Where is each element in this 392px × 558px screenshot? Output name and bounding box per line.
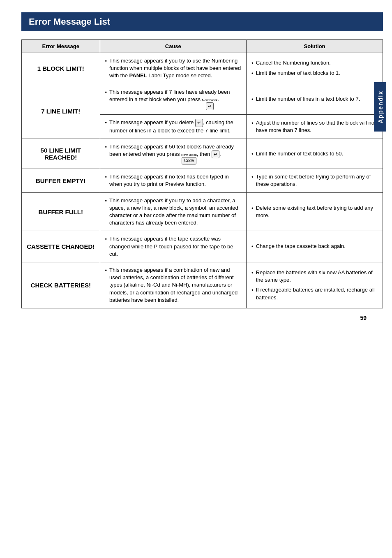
solution-7line-1: •Limit the number of lines in a text blo…: [247, 84, 383, 115]
error-name-7line: 7 LINE LIMIT!: [22, 84, 100, 139]
table-row: BUFFER FULL! •This message appears if yo…: [22, 192, 383, 231]
solution-checkbatteries: •Replace the batteries with six new AA b…: [247, 262, 383, 308]
cause-cassettechanged: •This message appears if the tape casset…: [100, 231, 247, 262]
error-name-bufferfull: BUFFER FULL!: [22, 192, 100, 231]
solution-50line: •Limit the number of text blocks to 50.: [247, 139, 383, 169]
table-row: 50 LINE LIMIT REACHED! •This message app…: [22, 139, 383, 169]
solution-bufferempty: •Type in some text before trying to perf…: [247, 169, 383, 192]
page-number: 59: [21, 315, 383, 321]
table-row: CASSETTE CHANGED! •This message appears …: [22, 231, 383, 262]
error-name-cassettechanged: CASSETTE CHANGED!: [22, 231, 100, 262]
cause-7line-2: •This message appears if you delete ↵, c…: [100, 115, 247, 139]
table-row: CHECK BATTERIES! •This message appears i…: [22, 262, 383, 308]
solution-7line-2: •Adjust the number of lines so that the …: [247, 115, 383, 139]
error-name-checkbatteries: CHECK BATTERIES!: [22, 262, 100, 308]
col-header-error: Error Message: [22, 40, 100, 53]
error-name-1block: 1 BLOCK LIMIT!: [22, 53, 100, 84]
cause-bufferfull: •This message appears if you try to add …: [100, 192, 247, 231]
cause-bufferempty: •This message appears if no text has bee…: [100, 169, 247, 192]
cause-7line-1: •This message appears if 7 lines have al…: [100, 84, 247, 115]
error-message-table: Error Message Cause Solution 1 BLOCK LIM…: [21, 39, 383, 308]
cause-50line: •This message appears if 50 text blocks …: [100, 139, 247, 169]
table-row: 1 BLOCK LIMIT! •This message appears if …: [22, 53, 383, 84]
table-row: 7 LINE LIMIT! •This message appears if 7…: [22, 84, 383, 115]
error-name-50line: 50 LINE LIMIT REACHED!: [22, 139, 100, 169]
solution-1block: •Cancel the Numbering function. •Limit t…: [247, 53, 383, 84]
col-header-solution: Solution: [247, 40, 383, 53]
error-name-bufferempty: BUFFER EMPTY!: [22, 169, 100, 192]
solution-bufferfull: •Delete some existing text before trying…: [247, 192, 383, 231]
table-row: BUFFER EMPTY! •This message appears if n…: [22, 169, 383, 192]
col-header-cause: Cause: [100, 40, 247, 53]
cause-checkbatteries: •This message appears if a combination o…: [100, 262, 247, 308]
appendix-tab: Appendix: [374, 82, 386, 132]
cause-1block: •This message appears if you try to use …: [100, 53, 247, 84]
page-title: Error Message List: [21, 12, 383, 31]
solution-cassettechanged: •Change the tape cassette back again.: [247, 231, 383, 262]
